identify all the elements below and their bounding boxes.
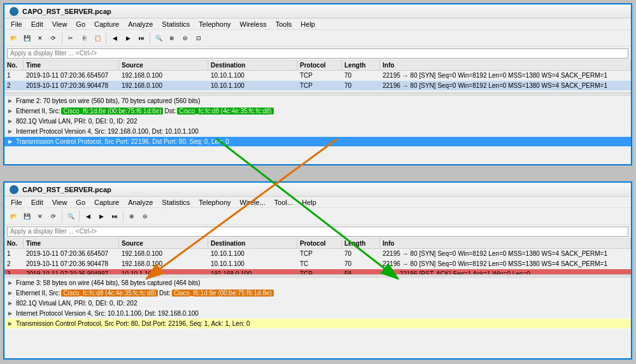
packet-row-3-bottom[interactable]: 3 2019-10-11 07:20:36.904997 10.10.1.100… (4, 269, 631, 274)
tb-copy-top[interactable]: ⎘ (78, 32, 90, 45)
tb-cut-top[interactable]: ✂ (64, 32, 77, 45)
menu-wireless-top[interactable]: Wireless (236, 20, 271, 29)
cell-info: 22196 → 80 [SYN] Seq=0 Win=8192 Len=0 MS… (380, 259, 631, 269)
menu-telephony-bottom[interactable]: Telephony (195, 198, 234, 207)
cell-len: 70 (342, 259, 380, 269)
cell-dst: 192.168.0.100 (208, 269, 297, 274)
tb-paste-top[interactable]: 📋 (91, 32, 104, 45)
filter-input-top[interactable] (7, 48, 628, 59)
detail-eth-bottom[interactable]: ▶ Ethernet II, Src: Cisco_fc:fc:d8 (4c:4… (4, 288, 631, 298)
cell-len: 70 (342, 71, 380, 80)
col-dst-bottom: Destination (208, 239, 297, 248)
menu-analyze-bottom[interactable]: Analyze (124, 198, 157, 207)
tb-save-bottom[interactable]: 💾 (20, 210, 33, 223)
menu-edit-top[interactable]: Edit (27, 20, 47, 29)
detail-text: 802.1Q Virtual LAN, PRI: 0, DEI: 0, ID: … (16, 118, 137, 125)
tb-reload-top[interactable]: ⟳ (47, 32, 60, 45)
menu-view-top[interactable]: View (48, 20, 71, 29)
detail-text-eth-prefix: Ethernet II, Src: (16, 108, 60, 115)
detail-tcp-top[interactable]: ▶ Transmission Control Protocol, Src Por… (4, 137, 631, 147)
cell-time: 2019-10-11 07:20:36.904478 (24, 81, 119, 90)
cell-src: 192.168.0.100 (119, 71, 208, 80)
expand-icon: ▶ (7, 321, 13, 327)
menu-file-top[interactable]: File (7, 20, 26, 29)
menu-help-bottom[interactable]: Help (298, 198, 320, 207)
menu-go-bottom[interactable]: Go (72, 198, 89, 207)
menu-tools-bottom[interactable]: Tool... (271, 198, 297, 207)
detail-vlan-top[interactable]: ▶ 802.1Q Virtual LAN, PRI: 0, DEI: 0, ID… (4, 116, 631, 127)
menu-statistics-bottom[interactable]: Statistics (158, 198, 194, 207)
tb-close-top[interactable]: ✕ (34, 32, 46, 45)
detail-ip-top[interactable]: ▶ Internet Protocol Version 4, Src: 192.… (4, 127, 631, 137)
detail-frame-bottom[interactable]: ▶ Frame 3: 58 bytes on wire (464 bits), … (4, 278, 631, 288)
packet-row-2-bottom[interactable]: 2 2019-10-11 07:20:36.904478 192.168.0.1… (4, 259, 631, 269)
cell-no: 2 (4, 81, 24, 90)
cell-no: 2 (4, 259, 24, 269)
detail-text: Frame 2: 70 bytes on wire (560 bits), 70… (16, 97, 201, 104)
menu-telephony-top[interactable]: Telephony (195, 20, 234, 29)
menu-tools-top[interactable]: Tools (272, 20, 296, 29)
tb-fwd-top[interactable]: ▶ (122, 32, 134, 45)
app-icon-bottom (10, 185, 18, 194)
menu-edit-bottom[interactable]: Edit (27, 198, 47, 207)
tb-filter-top[interactable]: 🔍 (152, 32, 165, 45)
col-proto-top: Protocol (297, 60, 342, 70)
expand-icon: ▶ (7, 290, 13, 297)
tb-back-top[interactable]: ◀ (108, 32, 121, 45)
menu-analyze-top[interactable]: Analyze (124, 20, 157, 29)
packet-row-1-bottom[interactable]: 1 2019-10-11 07:20:36.654507 192.168.0.1… (4, 249, 631, 259)
packet-row-1-top[interactable]: 1 2019-10-11 07:20:36.654507 192.168.0.1… (4, 71, 631, 81)
tb-zoom-out-bottom[interactable]: ⊖ (139, 210, 152, 223)
cell-src: 192.168.0.100 (119, 249, 208, 258)
cell-info: 22195 → 80 [SYN] Seq=0 Win=8192 Len=0 MS… (380, 249, 631, 258)
tb-filter-bottom[interactable]: 🔍 (64, 210, 77, 223)
tb-go-top[interactable]: ⏭ (135, 32, 148, 45)
cell-len: 58 (342, 269, 380, 274)
tb-zoom-in-bottom[interactable]: ⊕ (125, 210, 138, 223)
tb-back-bottom[interactable]: ◀ (81, 210, 94, 223)
tb-go-bottom[interactable]: ⏭ (108, 210, 121, 223)
tb-save-top[interactable]: 💾 (20, 32, 33, 45)
tb-fwd-bottom[interactable]: ▶ (95, 210, 108, 223)
cell-info: 22195 → 80 [SYN] Seq=0 Win=8192 Len=0 MS… (380, 71, 631, 80)
cell-time: 2019-10-11 07:20:36.654507 (24, 249, 119, 258)
menu-capture-bottom[interactable]: Capture (90, 198, 123, 207)
detail-ip-bottom[interactable]: ▶ Internet Protocol Version 4, Src: 10.1… (4, 309, 631, 319)
menu-capture-top[interactable]: Capture (90, 20, 123, 29)
tb-reload-bottom[interactable]: ⟳ (47, 210, 60, 223)
title-bar-top: CAPO_RST_SERVER.pcap (4, 4, 631, 18)
cell-time: 2019-10-11 07:20:36.904478 (24, 259, 119, 269)
tb-open-bottom[interactable]: 📂 (7, 210, 20, 223)
detail-panel-top: ▶ Frame 2: 70 bytes on wire (560 bits), … (4, 96, 631, 164)
cell-dst: 10.10.1.100 (208, 71, 297, 80)
detail-eth-top[interactable]: ▶ Ethernet II, Src: Cisco_f6:1d:8e (00:b… (4, 106, 631, 116)
menu-statistics-top[interactable]: Statistics (158, 20, 194, 29)
filter-bar-top (4, 46, 631, 60)
sep1-top (62, 32, 62, 44)
detail-tcp-bottom[interactable]: ▶ Transmission Control Protocol, Src Por… (4, 319, 631, 329)
tb-close-bottom[interactable]: ✕ (34, 210, 46, 223)
filter-bar-bottom (4, 225, 631, 239)
tb-zoom-out-top[interactable]: ⊖ (179, 32, 192, 45)
tb-zoom-in-top[interactable]: ⊕ (166, 32, 178, 45)
detail-text: Internet Protocol Version 4, Src: 192.16… (16, 128, 199, 135)
tb-open-top[interactable]: 📂 (7, 32, 20, 45)
col-proto-bottom: Protocol (297, 239, 342, 248)
detail-text: 802.1Q Virtual LAN, PRI: 0, DEI: 0, ID: … (16, 300, 137, 307)
menu-go-top[interactable]: Go (72, 20, 89, 29)
cell-src: 10.10.1.100 (119, 269, 208, 274)
col-dst-top: Destination (208, 60, 297, 70)
detail-vlan-bottom[interactable]: ▶ 802.1Q Virtual LAN, PRI: 0, DEI: 0, ID… (4, 298, 631, 309)
col-time-top: Time (24, 60, 119, 70)
packet-header-top: No. Time Source Destination Protocol Len… (4, 60, 631, 71)
detail-text: Internet Protocol Version 4, Src: 10.10.… (16, 310, 199, 317)
tb-fit-top[interactable]: ⊡ (192, 32, 205, 45)
menu-file-bottom[interactable]: File (7, 198, 26, 207)
menu-wireless-bottom[interactable]: Wirele... (236, 198, 269, 207)
window-title-top: CAPO_RST_SERVER.pcap (22, 8, 111, 15)
menu-help-top[interactable]: Help (297, 20, 319, 29)
filter-input-bottom[interactable] (7, 227, 628, 237)
detail-frame-top[interactable]: ▶ Frame 2: 70 bytes on wire (560 bits), … (4, 96, 631, 106)
packet-row-2-top[interactable]: 2 2019-10-11 07:20:36.904478 192.168.0.1… (4, 81, 631, 91)
menu-view-bottom[interactable]: View (48, 198, 71, 207)
